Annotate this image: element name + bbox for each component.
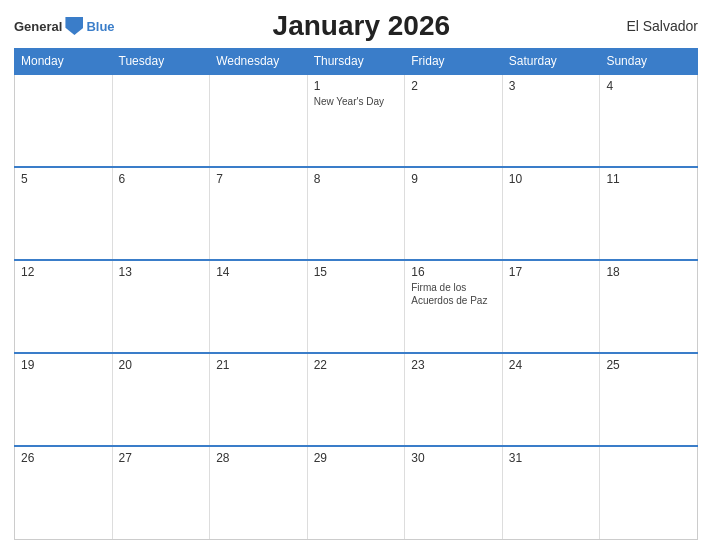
day-number: 7 xyxy=(216,172,301,186)
day-number: 28 xyxy=(216,451,301,465)
day-number: 29 xyxy=(314,451,399,465)
day-number: 27 xyxy=(119,451,204,465)
weekday-header-monday: Monday xyxy=(15,49,113,75)
day-number: 23 xyxy=(411,358,496,372)
calendar-cell: 12 xyxy=(15,260,113,353)
day-number: 18 xyxy=(606,265,691,279)
day-number: 3 xyxy=(509,79,594,93)
calendar-page: General Blue January 2026 El Salvador Mo… xyxy=(0,0,712,550)
calendar-cell: 11 xyxy=(600,167,698,260)
day-number: 2 xyxy=(411,79,496,93)
calendar-cell: 9 xyxy=(405,167,503,260)
calendar-cell: 31 xyxy=(502,446,600,539)
day-number: 16 xyxy=(411,265,496,279)
calendar-cell xyxy=(210,74,308,167)
day-number: 11 xyxy=(606,172,691,186)
day-number: 30 xyxy=(411,451,496,465)
calendar-cell: 3 xyxy=(502,74,600,167)
event-label: New Year's Day xyxy=(314,96,384,107)
day-number: 21 xyxy=(216,358,301,372)
calendar-cell: 22 xyxy=(307,353,405,446)
weekday-header-tuesday: Tuesday xyxy=(112,49,210,75)
calendar-cell xyxy=(15,74,113,167)
logo-blue-text: Blue xyxy=(86,19,114,34)
day-number: 8 xyxy=(314,172,399,186)
calendar-cell: 15 xyxy=(307,260,405,353)
weekday-header-saturday: Saturday xyxy=(502,49,600,75)
calendar-table: MondayTuesdayWednesdayThursdayFridaySatu… xyxy=(14,48,698,540)
day-number: 24 xyxy=(509,358,594,372)
weekday-header-row: MondayTuesdayWednesdayThursdayFridaySatu… xyxy=(15,49,698,75)
calendar-cell: 24 xyxy=(502,353,600,446)
calendar-cell: 27 xyxy=(112,446,210,539)
calendar-cell: 13 xyxy=(112,260,210,353)
calendar-cell: 17 xyxy=(502,260,600,353)
calendar-cell: 30 xyxy=(405,446,503,539)
day-number: 19 xyxy=(21,358,106,372)
country-label: El Salvador xyxy=(608,18,698,34)
day-number: 15 xyxy=(314,265,399,279)
calendar-cell: 4 xyxy=(600,74,698,167)
weekday-header-thursday: Thursday xyxy=(307,49,405,75)
calendar-cell: 26 xyxy=(15,446,113,539)
week-row-2: 567891011 xyxy=(15,167,698,260)
day-number: 14 xyxy=(216,265,301,279)
calendar-cell: 2 xyxy=(405,74,503,167)
day-number: 6 xyxy=(119,172,204,186)
logo-icon xyxy=(65,17,83,35)
week-row-5: 262728293031 xyxy=(15,446,698,539)
calendar-cell: 23 xyxy=(405,353,503,446)
week-row-3: 1213141516Firma de los Acuerdos de Paz17… xyxy=(15,260,698,353)
event-label: Firma de los Acuerdos de Paz xyxy=(411,282,487,306)
day-number: 20 xyxy=(119,358,204,372)
calendar-cell: 1New Year's Day xyxy=(307,74,405,167)
day-number: 13 xyxy=(119,265,204,279)
day-number: 9 xyxy=(411,172,496,186)
day-number: 4 xyxy=(606,79,691,93)
calendar-cell xyxy=(112,74,210,167)
logo-general-text: General xyxy=(14,19,62,34)
calendar-cell: 20 xyxy=(112,353,210,446)
day-number: 10 xyxy=(509,172,594,186)
calendar-cell: 7 xyxy=(210,167,308,260)
calendar-cell: 19 xyxy=(15,353,113,446)
week-row-4: 19202122232425 xyxy=(15,353,698,446)
day-number: 22 xyxy=(314,358,399,372)
day-number: 1 xyxy=(314,79,399,93)
calendar-cell: 8 xyxy=(307,167,405,260)
day-number: 17 xyxy=(509,265,594,279)
calendar-cell: 14 xyxy=(210,260,308,353)
day-number: 12 xyxy=(21,265,106,279)
day-number: 5 xyxy=(21,172,106,186)
calendar-cell: 6 xyxy=(112,167,210,260)
calendar-title: January 2026 xyxy=(115,10,608,42)
calendar-cell: 18 xyxy=(600,260,698,353)
weekday-header-friday: Friday xyxy=(405,49,503,75)
calendar-cell: 10 xyxy=(502,167,600,260)
day-number: 25 xyxy=(606,358,691,372)
calendar-cell: 21 xyxy=(210,353,308,446)
week-row-1: 1New Year's Day234 xyxy=(15,74,698,167)
calendar-cell xyxy=(600,446,698,539)
weekday-header-sunday: Sunday xyxy=(600,49,698,75)
day-number: 31 xyxy=(509,451,594,465)
logo: General Blue xyxy=(14,17,115,35)
calendar-cell: 5 xyxy=(15,167,113,260)
weekday-header-wednesday: Wednesday xyxy=(210,49,308,75)
calendar-cell: 16Firma de los Acuerdos de Paz xyxy=(405,260,503,353)
calendar-cell: 25 xyxy=(600,353,698,446)
calendar-cell: 28 xyxy=(210,446,308,539)
calendar-cell: 29 xyxy=(307,446,405,539)
calendar-header: General Blue January 2026 El Salvador xyxy=(14,10,698,42)
day-number: 26 xyxy=(21,451,106,465)
